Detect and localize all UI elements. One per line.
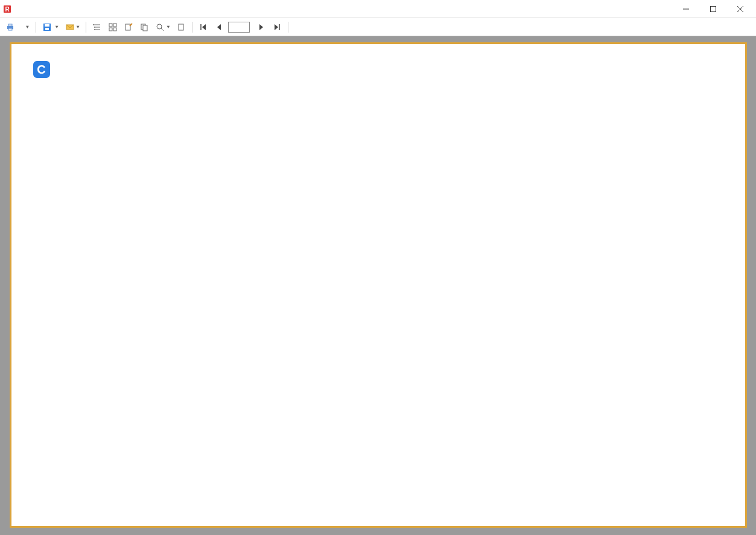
svg-point-27 xyxy=(157,24,162,29)
prev-icon xyxy=(215,23,223,31)
app-icon: R xyxy=(2,4,12,14)
svg-rect-26 xyxy=(143,25,147,31)
close-button[interactable] xyxy=(726,0,754,18)
svg-point-18 xyxy=(94,29,95,30)
next-icon xyxy=(257,23,265,31)
thumbnails-button[interactable] xyxy=(106,22,119,33)
page-setup-button[interactable] xyxy=(174,22,188,33)
svg-point-17 xyxy=(94,27,95,28)
first-icon xyxy=(199,23,208,31)
find-button[interactable]: ▼ xyxy=(153,22,172,33)
copy-button[interactable] xyxy=(138,22,151,33)
copy-icon xyxy=(140,23,148,31)
svg-point-16 xyxy=(93,24,94,25)
page-number-input[interactable] xyxy=(228,22,250,33)
maximize-button[interactable] xyxy=(699,0,726,18)
logo: C xyxy=(33,61,51,78)
svg-rect-22 xyxy=(113,28,116,31)
outline-button[interactable] xyxy=(91,22,104,33)
svg-rect-10 xyxy=(45,24,49,27)
svg-marker-31 xyxy=(202,24,206,30)
svg-rect-29 xyxy=(179,24,183,30)
outline-icon xyxy=(93,23,101,31)
last-icon xyxy=(273,23,281,31)
prev-page-button[interactable] xyxy=(212,22,226,33)
print-icon xyxy=(6,23,14,31)
svg-marker-32 xyxy=(217,24,221,30)
svg-rect-3 xyxy=(710,6,716,11)
page-setup-icon xyxy=(177,23,185,31)
svg-rect-23 xyxy=(125,24,130,30)
preview-viewport: C xyxy=(0,36,756,535)
svg-rect-19 xyxy=(109,24,112,27)
mail-button[interactable]: ▼ xyxy=(63,22,82,33)
find-icon xyxy=(156,23,164,31)
about-button[interactable] xyxy=(748,26,752,28)
svg-marker-33 xyxy=(259,24,263,30)
svg-line-28 xyxy=(161,28,164,31)
last-page-button[interactable] xyxy=(270,22,284,33)
print-button[interactable] xyxy=(4,22,19,33)
logo-mark: C xyxy=(33,61,50,78)
mail-icon xyxy=(66,23,74,31)
minimize-button[interactable] xyxy=(672,0,699,18)
save-icon xyxy=(43,23,51,31)
svg-rect-7 xyxy=(8,24,12,26)
svg-rect-8 xyxy=(8,28,12,30)
close-preview-button[interactable] xyxy=(293,26,297,28)
next-page-button[interactable] xyxy=(255,22,268,33)
edit-page-button[interactable] xyxy=(122,22,135,33)
thumbnails-icon xyxy=(109,23,117,31)
save-button[interactable]: ▼ xyxy=(40,22,61,33)
svg-rect-21 xyxy=(109,28,112,31)
svg-rect-11 xyxy=(45,28,49,30)
svg-text:R: R xyxy=(5,6,10,13)
first-page-button[interactable] xyxy=(197,22,210,33)
open-button[interactable]: ▼ xyxy=(21,23,31,31)
svg-rect-20 xyxy=(113,24,116,27)
edit-icon xyxy=(124,23,133,31)
svg-marker-34 xyxy=(275,24,278,30)
